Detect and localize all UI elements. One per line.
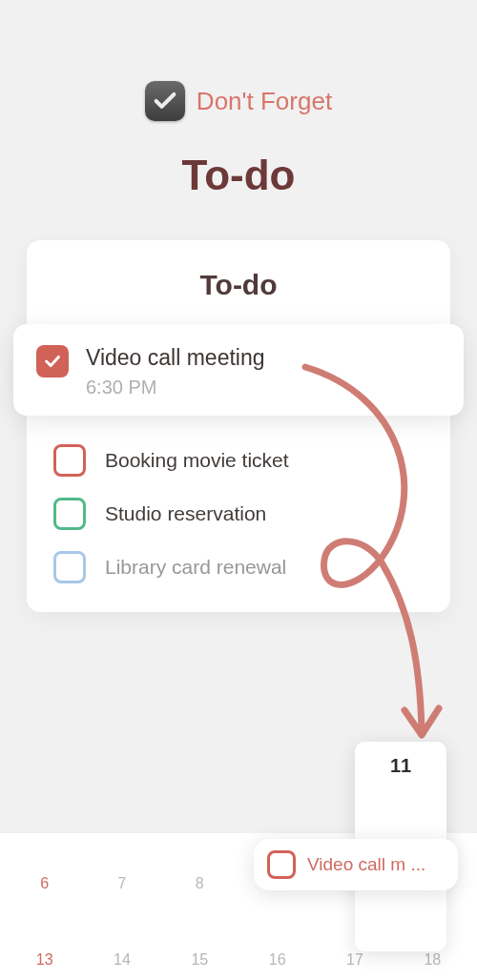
calendar-day[interactable]: 13 xyxy=(21,951,69,969)
calendar-day[interactable]: 7 xyxy=(98,875,146,892)
task-title: Studio reservation xyxy=(105,502,266,525)
calendar-day[interactable]: 15 xyxy=(176,951,223,969)
highlighted-task[interactable]: Video call meeting 6:30 PM xyxy=(13,324,464,416)
checkbox-unchecked-green[interactable] xyxy=(53,498,86,530)
checkmark-icon xyxy=(152,88,178,114)
calendar-task-popout[interactable]: Video call m ... xyxy=(254,839,458,890)
header: Don't Forget xyxy=(0,0,477,121)
popout-day-number: 11 xyxy=(355,755,446,777)
calendar-day[interactable]: 18 xyxy=(408,951,456,969)
task-text-group: Video call meeting 6:30 PM xyxy=(86,345,265,398)
popout-task-label: Video call m ... xyxy=(307,854,425,875)
task-row[interactable]: Library card renewal xyxy=(53,551,424,583)
checkbox-unchecked-blue[interactable] xyxy=(53,551,86,583)
app-icon xyxy=(145,81,185,121)
task-title: Video call meeting xyxy=(86,345,265,371)
app-name: Don't Forget xyxy=(197,87,332,116)
calendar-day[interactable]: 6 xyxy=(21,875,69,892)
task-row[interactable]: Booking movie ticket xyxy=(53,444,424,477)
calendar-day[interactable]: 16 xyxy=(254,951,301,969)
calendar-day[interactable]: 8 xyxy=(176,875,223,892)
task-row[interactable]: Studio reservation xyxy=(53,498,424,530)
calendar-day[interactable]: 17 xyxy=(331,951,379,969)
todo-card: To-do Video call meeting 6:30 PM Booking… xyxy=(27,240,450,612)
task-time: 6:30 PM xyxy=(86,377,265,398)
checkbox-checked[interactable] xyxy=(36,345,69,378)
calendar-day[interactable]: 14 xyxy=(98,951,146,969)
checkbox-unchecked-red[interactable] xyxy=(53,444,86,477)
task-list: Booking movie ticket Studio reservation … xyxy=(27,444,450,583)
check-icon xyxy=(42,351,63,372)
page-title: To-do xyxy=(0,152,477,199)
checkbox-unchecked-red[interactable] xyxy=(267,850,296,879)
card-title: To-do xyxy=(27,269,450,301)
task-title: Booking movie ticket xyxy=(105,449,289,472)
task-title: Library card renewal xyxy=(105,556,286,579)
